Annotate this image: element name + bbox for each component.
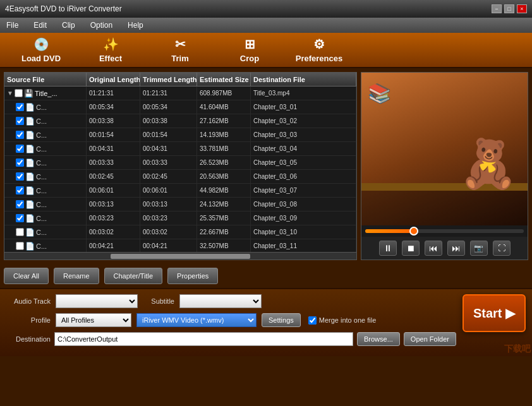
toolbar-effect[interactable]: ✨ Effect bbox=[76, 34, 145, 66]
td-orig: 00:04:31 bbox=[87, 142, 140, 155]
td-source: 📄C... bbox=[4, 114, 87, 128]
table-row[interactable]: ▼💾Title_...01:21:3101:21:31608.987MBTitl… bbox=[4, 87, 356, 100]
browse-button[interactable]: Browse... bbox=[357, 332, 400, 346]
menu-option[interactable]: Option bbox=[87, 20, 116, 31]
title-bar: 4Easysoft DVD to iRiver Converter − □ × bbox=[0, 0, 532, 18]
toolbar-crop[interactable]: ⊞ Crop bbox=[215, 34, 284, 66]
td-source: 📄C... bbox=[4, 212, 87, 225]
toolbar-load-dvd[interactable]: 💿 Load DVD bbox=[6, 34, 76, 66]
col-trimmed: Trimmed Length bbox=[140, 73, 197, 86]
td-dest: Chapter_03_05 bbox=[251, 156, 356, 169]
td-trimmed: 00:02:45 bbox=[140, 170, 197, 183]
table-row[interactable]: 📄C...00:01:5400:01:5414.193MBChapter_03_… bbox=[4, 128, 356, 142]
menu-file[interactable]: File bbox=[3, 20, 22, 31]
td-orig: 00:02:45 bbox=[87, 170, 140, 183]
td-orig: 00:03:33 bbox=[87, 156, 140, 169]
menu-clip[interactable]: Clip bbox=[58, 20, 79, 31]
td-source: 📄C... bbox=[4, 128, 87, 141]
td-source: ▼💾Title_... bbox=[4, 87, 87, 100]
td-orig: 00:05:34 bbox=[87, 100, 140, 114]
audio-subtitle-row: Audio Track Subtitle bbox=[6, 294, 456, 308]
audio-track-label: Audio Track bbox=[6, 297, 51, 305]
td-est: 26.523MB bbox=[197, 156, 251, 169]
destination-input[interactable] bbox=[54, 332, 353, 346]
toolbar: 💿 Load DVD ✨ Effect ✂ Trim ⊞ Crop ⚙ Pref… bbox=[0, 33, 532, 68]
td-orig: 00:03:23 bbox=[87, 212, 140, 225]
td-source: 📄C... bbox=[4, 170, 87, 183]
load-dvd-label: Load DVD bbox=[21, 54, 61, 63]
audio-track-select[interactable] bbox=[56, 294, 138, 308]
table-row[interactable]: 📄C...00:04:2100:04:2132.507MBChapter_03_… bbox=[4, 239, 356, 252]
table-row[interactable]: 📄C...00:03:0200:03:0222.667MBChapter_03_… bbox=[4, 225, 356, 239]
profile-select[interactable]: All Profiles bbox=[56, 313, 131, 327]
chapter-title-button[interactable]: Chapter/Title bbox=[104, 268, 163, 284]
td-trimmed: 00:05:34 bbox=[140, 100, 197, 114]
stop-button[interactable]: ⏹ bbox=[402, 241, 420, 256]
td-trimmed: 00:04:21 bbox=[140, 239, 197, 252]
effect-label: Effect bbox=[99, 54, 122, 63]
clear-all-button[interactable]: Clear All bbox=[4, 268, 49, 284]
td-dest: Chapter_03_07 bbox=[251, 184, 356, 197]
td-trimmed: 00:03:33 bbox=[140, 156, 197, 169]
td-est: 44.982MB bbox=[197, 184, 251, 197]
pause-button[interactable]: ⏸ bbox=[379, 241, 397, 256]
table-row[interactable]: 📄C...00:03:3300:03:3326.523MBChapter_03_… bbox=[4, 156, 356, 170]
profile-row: Profile All Profiles iRiver WMV Video (*… bbox=[6, 313, 456, 327]
preferences-icon: ⚙ bbox=[313, 37, 325, 52]
rename-button[interactable]: Rename bbox=[54, 268, 99, 284]
table-row[interactable]: 📄C...00:03:2300:03:2325.357MBChapter_03_… bbox=[4, 212, 356, 225]
td-orig: 00:01:54 bbox=[87, 128, 140, 141]
td-trimmed: 00:03:23 bbox=[140, 212, 197, 225]
open-folder-button[interactable]: Open Folder bbox=[404, 332, 456, 346]
properties-button[interactable]: Properties bbox=[167, 268, 218, 284]
td-trimmed: 01:21:31 bbox=[140, 87, 197, 100]
td-source: 📄C... bbox=[4, 156, 87, 169]
td-source: 📄C... bbox=[4, 142, 87, 155]
close-button[interactable]: × bbox=[517, 4, 527, 13]
toolbar-preferences[interactable]: ⚙ Preferences bbox=[284, 34, 354, 66]
effect-icon: ✨ bbox=[103, 37, 119, 52]
preferences-label: Preferences bbox=[296, 54, 342, 63]
td-trimmed: 00:06:01 bbox=[140, 184, 197, 197]
td-orig: 00:03:38 bbox=[87, 114, 140, 128]
video-preview: 📚 🧸 bbox=[361, 73, 528, 225]
menu-help[interactable]: Help bbox=[124, 20, 147, 31]
table-row[interactable]: 📄C...00:02:4500:02:4520.563MBChapter_03_… bbox=[4, 170, 356, 184]
format-select[interactable]: iRiver WMV Video (*.wmv) bbox=[136, 313, 257, 327]
minimize-button[interactable]: − bbox=[492, 4, 502, 13]
toolbar-trim[interactable]: ✂ Trim bbox=[145, 34, 215, 66]
merge-checkbox-label: Merge into one file bbox=[308, 316, 377, 325]
col-source: Source File bbox=[4, 73, 87, 86]
start-button[interactable]: Start ▶ bbox=[462, 294, 526, 332]
table-row[interactable]: 📄C...00:03:1300:03:1324.132MBChapter_03_… bbox=[4, 198, 356, 212]
table-actions: Clear All Rename Chapter/Title Propertie… bbox=[0, 264, 532, 288]
td-trimmed: 00:01:54 bbox=[140, 128, 197, 141]
td-trimmed: 00:03:02 bbox=[140, 225, 197, 239]
settings-button[interactable]: Settings bbox=[262, 313, 301, 327]
td-est: 608.987MB bbox=[197, 87, 251, 100]
rewind-button[interactable]: ⏮ bbox=[425, 241, 442, 256]
td-est: 24.132MB bbox=[197, 198, 251, 211]
td-est: 41.604MB bbox=[197, 100, 251, 114]
fullscreen-button[interactable]: ⛶ bbox=[493, 241, 511, 256]
destination-row: Destination Browse... Open Folder bbox=[6, 332, 456, 346]
forward-button[interactable]: ⏭ bbox=[447, 241, 465, 256]
progress-track[interactable] bbox=[365, 229, 524, 233]
crop-icon: ⊞ bbox=[245, 37, 255, 52]
td-orig: 00:03:13 bbox=[87, 198, 140, 211]
table-row[interactable]: 📄C...00:03:3800:03:3827.162MBChapter_03_… bbox=[4, 114, 356, 128]
table-row[interactable]: 📄C...00:05:3400:05:3441.604MBChapter_03_… bbox=[4, 100, 356, 114]
subtitle-select[interactable] bbox=[179, 294, 262, 308]
screenshot-button[interactable]: 📷 bbox=[470, 241, 488, 256]
merge-label: Merge into one file bbox=[319, 316, 377, 324]
maximize-button[interactable]: □ bbox=[504, 4, 514, 13]
td-dest: Chapter_03_11 bbox=[251, 239, 356, 252]
menu-edit[interactable]: Edit bbox=[30, 20, 51, 31]
td-source: 📄C... bbox=[4, 198, 87, 211]
table-row[interactable]: 📄C...00:06:0100:06:0144.982MBChapter_03_… bbox=[4, 184, 356, 198]
destination-label: Destination bbox=[6, 335, 51, 343]
progress-bar-area bbox=[361, 225, 528, 237]
table-row[interactable]: 📄C...00:04:3100:04:3133.781MBChapter_03_… bbox=[4, 142, 356, 156]
merge-checkbox[interactable] bbox=[308, 316, 317, 325]
td-dest: Chapter_03_10 bbox=[251, 225, 356, 239]
